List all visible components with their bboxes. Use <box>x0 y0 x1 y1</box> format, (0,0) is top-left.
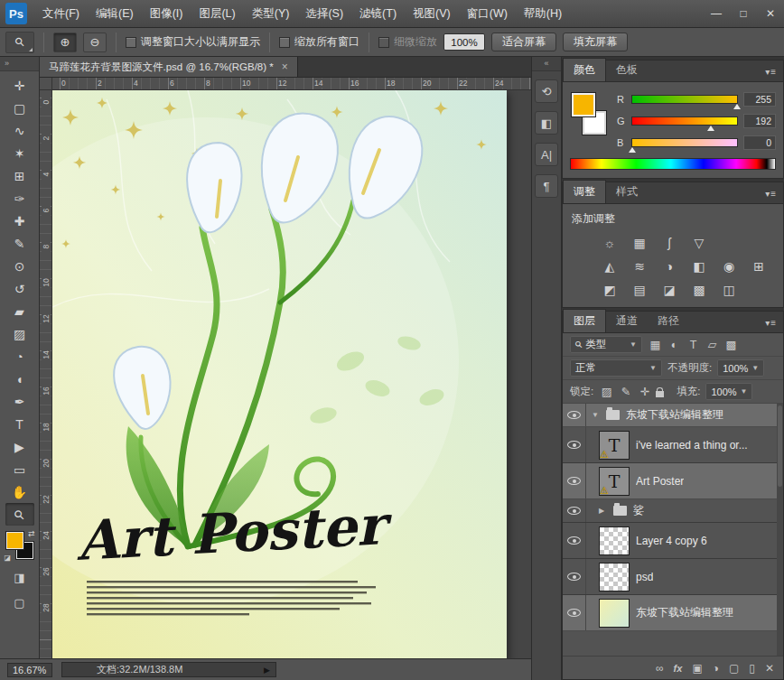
blend-mode-dropdown[interactable]: 正常 ▼ <box>570 359 662 377</box>
screen-mode-button[interactable]: ▢ <box>6 592 33 612</box>
filter-kind-dropdown[interactable]: ⚲ 类型 ▼ <box>570 336 642 353</box>
vibrance-icon[interactable]: ◭ <box>601 258 619 275</box>
brightness-contrast-icon[interactable]: ☼ <box>601 235 619 251</box>
add-layer-mask-icon[interactable]: ▣ <box>692 662 702 675</box>
black-white-icon[interactable]: ◧ <box>690 258 708 275</box>
layer-row-pixel[interactable]: psd <box>563 559 783 595</box>
document-tab[interactable]: 马蹄莲花卉背景图源文件.psd @ 16.7%(RGB/8) * × <box>40 57 298 77</box>
zoom-all-windows-checkbox[interactable] <box>279 37 290 48</box>
lock-transparent-pixels-icon[interactable]: ▨ <box>599 385 614 398</box>
color-spectrum-ramp[interactable] <box>570 158 776 170</box>
quick-selection-tool[interactable]: ✶ <box>5 142 34 164</box>
layer-name[interactable]: Layer 4 copy 6 <box>636 535 707 547</box>
filter-smart-objects-icon[interactable]: ▩ <box>723 338 739 351</box>
fill-screen-button[interactable]: 填充屏幕 <box>563 33 628 51</box>
layer-row-group[interactable]: ▼ 东坡下载站编辑整理 <box>563 404 783 427</box>
visibility-toggle[interactable] <box>563 499 586 522</box>
text-layer-thumbnail[interactable]: T⚠ <box>599 431 630 460</box>
menu-help[interactable]: 帮助(H) <box>516 0 570 27</box>
maximize-button[interactable]: □ <box>730 2 757 25</box>
layer-effects-icon[interactable]: fx <box>674 663 683 674</box>
properties-panel-icon[interactable]: ◧ <box>535 111 558 135</box>
layer-name[interactable]: 娑 <box>633 503 644 518</box>
minimize-button[interactable]: — <box>703 2 730 25</box>
fill-field[interactable]: 100% ▼ <box>705 383 752 400</box>
layer-row-pixel[interactable]: Layer 4 copy 6 <box>563 523 783 559</box>
menu-window[interactable]: 窗口(W) <box>459 0 516 27</box>
tab-adjustments[interactable]: 调整 <box>563 180 606 203</box>
menu-image[interactable]: 图像(I) <box>142 0 191 27</box>
lock-all-icon[interactable] <box>656 391 664 397</box>
layer-thumbnail[interactable] <box>599 563 630 592</box>
zoom-tool[interactable]: ⚲ <box>5 503 34 526</box>
new-group-icon[interactable]: ▢ <box>729 662 739 675</box>
expand-panels-chevron[interactable]: « <box>532 57 561 71</box>
link-layers-icon[interactable]: ∞ <box>656 662 664 675</box>
layers-scrollbar[interactable] <box>777 404 783 656</box>
menu-filter[interactable]: 滤镜(T) <box>351 0 405 27</box>
panel-menu-icon[interactable]: ▾≡ <box>765 318 777 328</box>
zoom-out-button[interactable]: ⊖ <box>83 33 107 52</box>
status-zoom-field[interactable]: 16.67% <box>7 663 52 677</box>
layer-name[interactable]: psd <box>636 571 653 583</box>
menu-view[interactable]: 视图(V) <box>405 0 459 27</box>
crop-tool[interactable]: ⊞ <box>5 164 34 187</box>
eyedropper-tool[interactable]: ✑ <box>5 187 34 210</box>
layer-thumbnail[interactable] <box>599 526 630 555</box>
menu-select[interactable]: 选择(S) <box>297 0 351 27</box>
lock-image-pixels-icon[interactable]: ✎ <box>618 385 633 398</box>
shape-tool[interactable]: ▭ <box>5 458 34 480</box>
tab-channels[interactable]: 通道 <box>606 310 648 332</box>
photo-filter-icon[interactable]: ◉ <box>720 258 738 275</box>
layer-row-image[interactable]: 东坡下载站编辑整理 <box>563 595 783 631</box>
exposure-icon[interactable]: ▽ <box>690 235 708 251</box>
group-expander-icon[interactable]: ▶ <box>599 507 607 515</box>
toolbar-collapse-chevron[interactable]: » <box>0 57 39 71</box>
color-balance-icon[interactable]: ◑ <box>660 258 678 275</box>
slider-handle[interactable] <box>733 100 741 109</box>
tab-close-icon[interactable]: × <box>282 61 288 73</box>
clone-stamp-tool[interactable]: ⊙ <box>5 255 34 277</box>
character-panel-icon[interactable]: A| <box>535 143 558 166</box>
foreground-swatch[interactable] <box>572 93 595 116</box>
close-button[interactable]: ✕ <box>757 2 784 25</box>
brush-tool[interactable]: ✎ <box>5 232 34 255</box>
path-selection-tool[interactable]: ▶ <box>5 435 34 458</box>
opacity-field[interactable]: 100% ▼ <box>717 359 764 377</box>
curves-icon[interactable]: ʃ <box>660 235 678 251</box>
visibility-toggle[interactable] <box>563 463 586 498</box>
layer-thumbnail[interactable] <box>599 599 630 628</box>
selective-color-icon[interactable]: ◫ <box>720 282 738 298</box>
visibility-toggle[interactable] <box>563 427 586 462</box>
menu-edit[interactable]: 编辑(E) <box>88 0 142 27</box>
quick-mask-button[interactable]: ◨ <box>6 567 33 587</box>
delete-layer-icon[interactable]: ✕ <box>765 662 774 675</box>
pen-tool[interactable]: ✒ <box>5 390 34 413</box>
active-tool-preview[interactable]: ⚲ <box>5 32 34 53</box>
panel-menu-icon[interactable]: ▾≡ <box>765 67 777 77</box>
panel-menu-icon[interactable]: ▾≡ <box>765 189 777 199</box>
blur-tool[interactable]: ◔ <box>5 345 34 368</box>
levels-icon[interactable]: ▦ <box>630 235 649 251</box>
foreground-swatch[interactable] <box>6 532 23 549</box>
menu-type[interactable]: 类型(Y) <box>244 0 298 27</box>
type-tool[interactable]: T <box>5 413 34 435</box>
gradient-map-icon[interactable]: ▩ <box>690 282 708 298</box>
zoom-all-checkbox-group[interactable]: 缩放所有窗口 <box>279 34 359 50</box>
slider-track[interactable] <box>631 116 738 126</box>
channel-value-field[interactable]: 0 <box>743 135 776 150</box>
history-brush-tool[interactable]: ↺ <box>5 277 34 300</box>
visibility-toggle[interactable] <box>563 595 586 630</box>
new-layer-icon[interactable]: ▯ <box>749 662 755 675</box>
slider-handle[interactable] <box>707 122 714 131</box>
tab-swatches[interactable]: 色板 <box>606 59 648 81</box>
paragraph-panel-icon[interactable]: ¶ <box>535 174 558 198</box>
history-panel-icon[interactable]: ⟲ <box>535 79 558 103</box>
group-expander-icon[interactable]: ▼ <box>592 411 600 419</box>
zoom-in-button[interactable]: ⊕ <box>53 33 77 52</box>
lasso-tool[interactable]: ∿ <box>5 119 34 142</box>
layer-name[interactable]: Art Poster <box>636 475 684 488</box>
layer-name[interactable]: i've learned a thing or... <box>636 439 748 452</box>
visibility-toggle[interactable] <box>563 559 586 594</box>
move-tool[interactable]: ✛ <box>5 74 34 97</box>
